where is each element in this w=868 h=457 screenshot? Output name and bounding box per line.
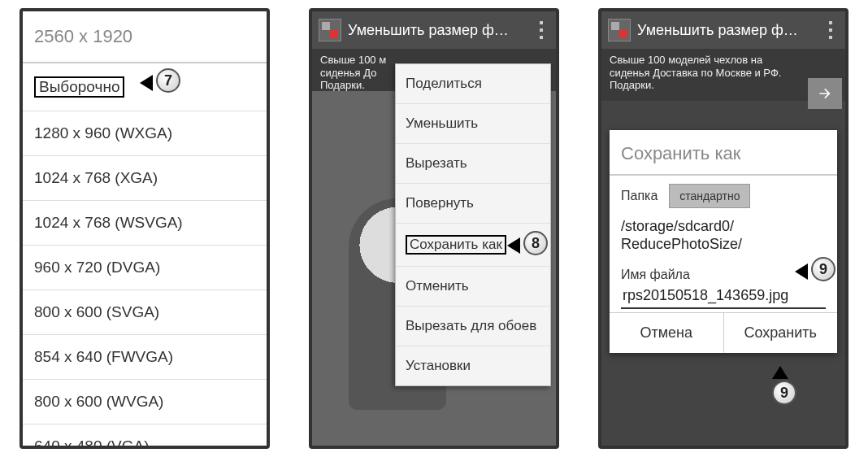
size-option[interactable]: 960 x 720 (DVGA) xyxy=(23,246,267,290)
callout-9a: 9 xyxy=(811,257,835,281)
phone-screen-3: Уменьшить размер ф… Свыше 100 моделей че… xyxy=(598,8,848,449)
menu-wallpaper[interactable]: Вырезать для обоев xyxy=(396,307,550,346)
app-icon xyxy=(319,19,341,41)
ad-forward-button[interactable] xyxy=(808,78,842,109)
phone-screen-1: 2560 x 1920 Выборочно 7 1280 x 960 (WXGA… xyxy=(20,8,270,449)
size-option-label: Выборочно xyxy=(34,76,124,98)
app-title: Уменьшить размер ф… xyxy=(348,22,509,39)
size-picker-title: 2560 x 1920 xyxy=(23,11,267,63)
standard-folder-button[interactable]: стандартно xyxy=(669,184,750,208)
size-picker-list: 2560 x 1920 Выборочно 7 1280 x 960 (WXGA… xyxy=(23,11,267,446)
size-option[interactable]: 640 x 480 (VGA) xyxy=(23,424,267,449)
size-option[interactable]: 1024 x 768 (XGA) xyxy=(23,156,267,201)
app-icon xyxy=(608,19,631,41)
size-option-custom[interactable]: Выборочно 7 xyxy=(23,63,267,111)
folder-path[interactable]: /storage/sdcard0/ ReducePhotoSize/ xyxy=(610,216,837,261)
size-option[interactable]: 854 x 640 (FWVGA) xyxy=(23,335,267,380)
menu-rotate[interactable]: Повернуть xyxy=(396,184,550,224)
menu-share[interactable]: Поделиться xyxy=(396,64,550,104)
save-as-dialog: Сохранить как Папка стандартно /storage/… xyxy=(610,130,837,353)
folder-row: Папка стандартно xyxy=(610,176,837,216)
app-title: Уменьшить размер ф… xyxy=(637,22,798,39)
menu-cancel[interactable]: Отменить xyxy=(396,267,550,307)
arrow-right-icon xyxy=(817,85,833,102)
overflow-menu-icon[interactable] xyxy=(822,19,839,41)
filename-input[interactable]: rps20150518_143659.jpg xyxy=(621,284,826,309)
size-option[interactable]: 800 x 600 (SVGA) xyxy=(23,290,267,335)
size-option[interactable]: 1024 x 768 (WSVGA) xyxy=(23,201,267,246)
menu-crop[interactable]: Вырезать xyxy=(396,144,550,184)
cancel-button[interactable]: Отмена xyxy=(610,313,723,353)
app-titlebar: Уменьшить размер ф… xyxy=(601,11,845,49)
dialog-buttons: Отмена Сохранить xyxy=(610,312,837,353)
callout-8: 8 xyxy=(523,231,548,255)
menu-settings[interactable]: Установки xyxy=(396,346,550,385)
app-titlebar: Уменьшить размер ф… xyxy=(312,11,556,49)
size-option[interactable]: 800 x 600 (WVGA) xyxy=(23,380,267,424)
menu-reduce[interactable]: Уменьшить xyxy=(396,104,550,144)
context-menu: Поделиться Уменьшить Вырезать Повернуть … xyxy=(395,63,551,386)
callout-7: 7 xyxy=(156,68,180,93)
overflow-menu-icon[interactable] xyxy=(533,19,549,41)
dialog-title: Сохранить как xyxy=(610,130,837,176)
save-button[interactable]: Сохранить xyxy=(723,313,838,353)
folder-label: Папка xyxy=(621,189,658,203)
size-option[interactable]: 1280 x 960 (WXGA) xyxy=(23,111,267,156)
callout-9b: 9 xyxy=(772,381,796,405)
phone-screen-2: Уменьшить размер ф… Свыше 100 м сиденья … xyxy=(309,8,559,449)
